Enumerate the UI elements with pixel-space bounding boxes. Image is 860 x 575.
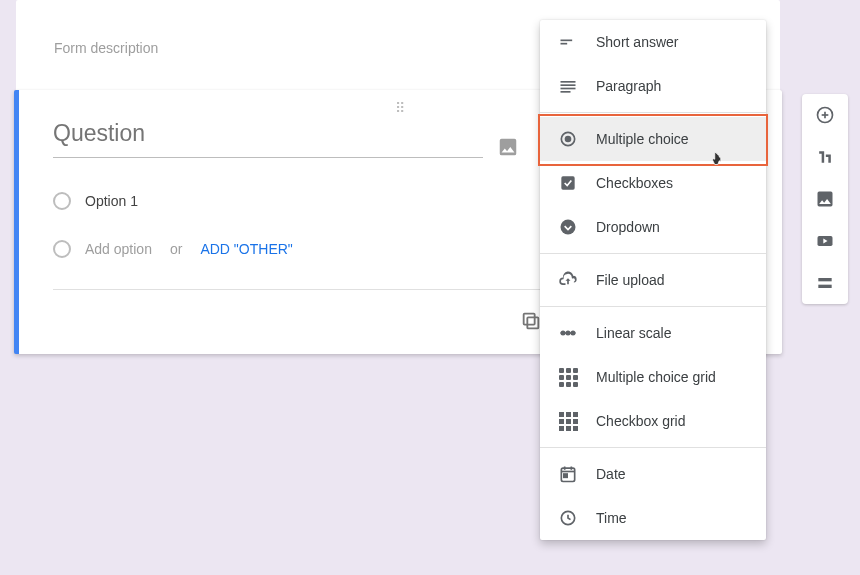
type-paragraph[interactable]: Paragraph: [540, 64, 766, 108]
type-multiple-choice-grid[interactable]: Multiple choice grid: [540, 355, 766, 399]
svg-rect-27: [818, 285, 831, 288]
type-label: Dropdown: [596, 219, 660, 235]
add-title-icon[interactable]: [814, 146, 836, 168]
option-label[interactable]: Option 1: [85, 193, 138, 209]
svg-rect-6: [561, 88, 576, 90]
side-toolbar: [802, 94, 848, 304]
menu-separator: [540, 447, 766, 448]
type-label: Linear scale: [596, 325, 672, 341]
svg-point-15: [571, 331, 574, 334]
type-file-upload[interactable]: File upload: [540, 258, 766, 302]
svg-rect-26: [818, 278, 831, 281]
grid-dots-icon: [558, 367, 578, 387]
type-checkbox-grid[interactable]: Checkbox grid: [540, 399, 766, 443]
add-image-icon[interactable]: [497, 136, 519, 158]
svg-rect-1: [524, 314, 535, 325]
type-label: Multiple choice grid: [596, 369, 716, 385]
short-answer-icon: [558, 32, 578, 52]
question-title-input[interactable]: Question: [53, 120, 483, 158]
add-video-icon[interactable]: [814, 230, 836, 252]
type-date[interactable]: Date: [540, 452, 766, 496]
svg-rect-0: [527, 317, 538, 328]
menu-separator: [540, 306, 766, 307]
svg-point-13: [561, 331, 564, 334]
linear-scale-icon: [558, 323, 578, 343]
type-label: File upload: [596, 272, 665, 288]
type-label: Time: [596, 510, 627, 526]
add-option-button[interactable]: Add option: [85, 241, 152, 257]
cloud-upload-icon: [558, 270, 578, 290]
type-label: Checkbox grid: [596, 413, 686, 429]
svg-rect-4: [561, 81, 576, 83]
svg-rect-5: [561, 84, 576, 86]
duplicate-icon[interactable]: [520, 310, 542, 332]
svg-rect-10: [561, 176, 574, 189]
type-checkboxes[interactable]: Checkboxes: [540, 161, 766, 205]
svg-rect-20: [564, 474, 567, 477]
radio-icon: [53, 240, 71, 258]
menu-separator: [540, 112, 766, 113]
paragraph-icon: [558, 76, 578, 96]
checkbox-icon: [558, 173, 578, 193]
type-label: Short answer: [596, 34, 678, 50]
or-text: or: [170, 241, 182, 257]
type-label: Date: [596, 466, 626, 482]
type-label: Checkboxes: [596, 175, 673, 191]
clock-icon: [558, 508, 578, 528]
type-time[interactable]: Time: [540, 496, 766, 540]
svg-point-9: [565, 136, 572, 143]
svg-rect-2: [561, 40, 573, 42]
type-linear-scale[interactable]: Linear scale: [540, 311, 766, 355]
type-dropdown[interactable]: Dropdown: [540, 205, 766, 249]
menu-separator: [540, 253, 766, 254]
add-question-icon[interactable]: [814, 104, 836, 126]
question-actions: [520, 310, 542, 332]
svg-point-11: [561, 220, 576, 235]
radio-selected-icon: [558, 129, 578, 149]
grid-squares-icon: [558, 411, 578, 431]
add-image-icon[interactable]: [814, 188, 836, 210]
add-other-button[interactable]: ADD "OTHER": [200, 241, 292, 257]
question-type-menu: Short answer Paragraph Multiple choice C…: [540, 20, 766, 540]
type-short-answer[interactable]: Short answer: [540, 20, 766, 64]
svg-rect-3: [561, 43, 568, 45]
type-label: Paragraph: [596, 78, 661, 94]
calendar-icon: [558, 464, 578, 484]
dropdown-icon: [558, 217, 578, 237]
radio-icon: [53, 192, 71, 210]
type-multiple-choice[interactable]: Multiple choice: [540, 117, 766, 161]
svg-rect-7: [561, 91, 571, 93]
add-section-icon[interactable]: [814, 272, 836, 294]
type-label: Multiple choice: [596, 131, 689, 147]
svg-point-14: [566, 331, 569, 334]
